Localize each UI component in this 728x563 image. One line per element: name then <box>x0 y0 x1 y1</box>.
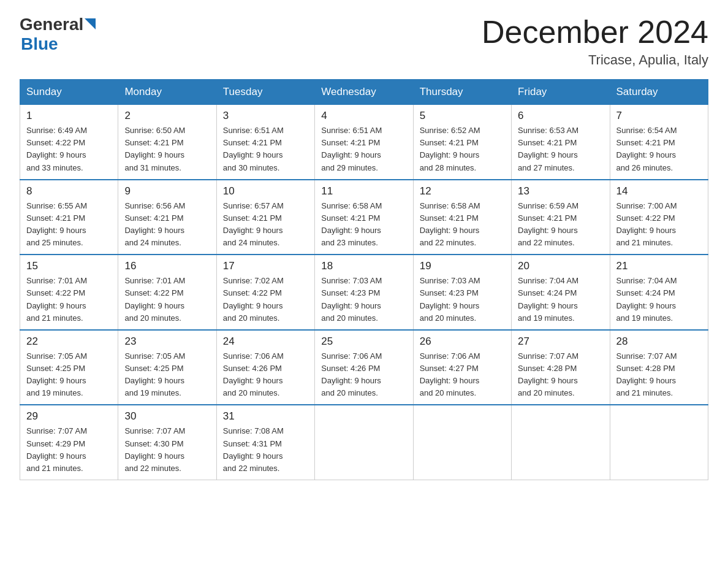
day-info: Sunrise: 7:04 AMSunset: 4:24 PMDaylight:… <box>518 275 603 324</box>
day-number: 25 <box>321 335 406 348</box>
day-number: 14 <box>616 185 702 197</box>
day-info: Sunrise: 6:58 AMSunset: 4:21 PMDaylight:… <box>420 200 505 250</box>
calendar-cell: 12Sunrise: 6:58 AMSunset: 4:21 PMDayligh… <box>413 180 511 255</box>
day-number: 12 <box>420 185 505 197</box>
weekday-header-sunday: Sunday <box>20 80 118 105</box>
day-number: 29 <box>26 410 112 423</box>
logo-blue-text: Blue <box>21 34 58 53</box>
calendar-cell: 9Sunrise: 6:56 AMSunset: 4:21 PMDaylight… <box>118 180 216 255</box>
day-number: 7 <box>616 110 702 122</box>
calendar-cell: 23Sunrise: 7:05 AMSunset: 4:25 PMDayligh… <box>118 330 216 405</box>
day-number: 19 <box>420 260 505 272</box>
calendar-cell: 17Sunrise: 7:02 AMSunset: 4:22 PMDayligh… <box>216 255 314 330</box>
day-number: 13 <box>518 185 603 197</box>
month-title: December 2024 <box>482 15 708 50</box>
calendar-table: SundayMondayTuesdayWednesdayThursdayFrid… <box>20 79 708 480</box>
weekday-header-saturday: Saturday <box>610 80 708 105</box>
calendar-cell: 29Sunrise: 7:07 AMSunset: 4:29 PMDayligh… <box>20 405 118 480</box>
day-info: Sunrise: 6:54 AMSunset: 4:21 PMDaylight:… <box>616 124 702 174</box>
calendar-cell <box>413 405 511 480</box>
calendar-cell: 5Sunrise: 6:52 AMSunset: 4:21 PMDaylight… <box>413 105 511 180</box>
weekday-header-row: SundayMondayTuesdayWednesdayThursdayFrid… <box>20 80 708 105</box>
weekday-header-thursday: Thursday <box>413 80 511 105</box>
calendar-cell: 6Sunrise: 6:53 AMSunset: 4:21 PMDaylight… <box>512 105 610 180</box>
day-info: Sunrise: 7:02 AMSunset: 4:22 PMDaylight:… <box>223 275 308 324</box>
calendar-cell: 2Sunrise: 6:50 AMSunset: 4:21 PMDaylight… <box>118 105 216 180</box>
day-number: 16 <box>124 260 210 272</box>
page-header: General Blue December 2024 Tricase, Apul… <box>20 15 708 68</box>
day-number: 27 <box>518 335 603 348</box>
calendar-cell: 3Sunrise: 6:51 AMSunset: 4:21 PMDaylight… <box>216 105 314 180</box>
day-number: 20 <box>518 260 603 272</box>
calendar-cell: 7Sunrise: 6:54 AMSunset: 4:21 PMDaylight… <box>610 105 708 180</box>
logo-arrow-icon <box>85 18 96 29</box>
day-info: Sunrise: 7:06 AMSunset: 4:26 PMDaylight:… <box>223 350 308 400</box>
day-number: 23 <box>124 335 210 348</box>
calendar-week-row: 22Sunrise: 7:05 AMSunset: 4:25 PMDayligh… <box>20 330 708 405</box>
title-section: December 2024 Tricase, Apulia, Italy <box>482 15 708 68</box>
day-info: Sunrise: 7:05 AMSunset: 4:25 PMDaylight:… <box>124 350 210 400</box>
calendar-cell: 8Sunrise: 6:55 AMSunset: 4:21 PMDaylight… <box>20 180 118 255</box>
day-info: Sunrise: 6:58 AMSunset: 4:21 PMDaylight:… <box>321 200 406 250</box>
calendar-cell: 26Sunrise: 7:06 AMSunset: 4:27 PMDayligh… <box>413 330 511 405</box>
calendar-cell: 4Sunrise: 6:51 AMSunset: 4:21 PMDaylight… <box>315 105 413 180</box>
calendar-cell: 24Sunrise: 7:06 AMSunset: 4:26 PMDayligh… <box>216 330 314 405</box>
day-info: Sunrise: 7:00 AMSunset: 4:22 PMDaylight:… <box>616 200 702 250</box>
day-number: 1 <box>26 110 112 122</box>
day-number: 26 <box>420 335 505 348</box>
calendar-cell: 19Sunrise: 7:03 AMSunset: 4:23 PMDayligh… <box>413 255 511 330</box>
day-info: Sunrise: 7:07 AMSunset: 4:30 PMDaylight:… <box>124 425 210 475</box>
calendar-cell: 21Sunrise: 7:04 AMSunset: 4:24 PMDayligh… <box>610 255 708 330</box>
calendar-cell <box>512 405 610 480</box>
calendar-cell: 16Sunrise: 7:01 AMSunset: 4:22 PMDayligh… <box>118 255 216 330</box>
weekday-header-wednesday: Wednesday <box>315 80 413 105</box>
calendar-cell: 1Sunrise: 6:49 AMSunset: 4:22 PMDaylight… <box>20 105 118 180</box>
day-number: 24 <box>223 335 308 348</box>
day-info: Sunrise: 7:08 AMSunset: 4:31 PMDaylight:… <box>223 425 308 475</box>
day-info: Sunrise: 7:07 AMSunset: 4:28 PMDaylight:… <box>616 350 702 400</box>
calendar-cell: 31Sunrise: 7:08 AMSunset: 4:31 PMDayligh… <box>216 405 314 480</box>
day-info: Sunrise: 7:06 AMSunset: 4:26 PMDaylight:… <box>321 350 406 400</box>
calendar-cell: 13Sunrise: 6:59 AMSunset: 4:21 PMDayligh… <box>512 180 610 255</box>
day-info: Sunrise: 7:01 AMSunset: 4:22 PMDaylight:… <box>26 275 112 324</box>
calendar-cell: 27Sunrise: 7:07 AMSunset: 4:28 PMDayligh… <box>512 330 610 405</box>
day-number: 31 <box>223 410 308 423</box>
day-info: Sunrise: 6:53 AMSunset: 4:21 PMDaylight:… <box>518 124 603 174</box>
calendar-cell: 20Sunrise: 7:04 AMSunset: 4:24 PMDayligh… <box>512 255 610 330</box>
day-info: Sunrise: 6:50 AMSunset: 4:21 PMDaylight:… <box>124 124 210 174</box>
day-info: Sunrise: 6:51 AMSunset: 4:21 PMDaylight:… <box>223 124 308 174</box>
day-info: Sunrise: 6:52 AMSunset: 4:21 PMDaylight:… <box>420 124 505 174</box>
day-info: Sunrise: 7:05 AMSunset: 4:25 PMDaylight:… <box>26 350 112 400</box>
calendar-week-row: 15Sunrise: 7:01 AMSunset: 4:22 PMDayligh… <box>20 255 708 330</box>
day-info: Sunrise: 6:51 AMSunset: 4:21 PMDaylight:… <box>321 124 406 174</box>
day-info: Sunrise: 7:01 AMSunset: 4:22 PMDaylight:… <box>124 275 210 324</box>
day-info: Sunrise: 7:03 AMSunset: 4:23 PMDaylight:… <box>321 275 406 324</box>
day-info: Sunrise: 7:04 AMSunset: 4:24 PMDaylight:… <box>616 275 702 324</box>
day-info: Sunrise: 7:06 AMSunset: 4:27 PMDaylight:… <box>420 350 505 400</box>
day-number: 2 <box>124 110 210 122</box>
calendar-week-row: 8Sunrise: 6:55 AMSunset: 4:21 PMDaylight… <box>20 180 708 255</box>
calendar-week-row: 29Sunrise: 7:07 AMSunset: 4:29 PMDayligh… <box>20 405 708 480</box>
day-number: 17 <box>223 260 308 272</box>
day-number: 5 <box>420 110 505 122</box>
day-number: 11 <box>321 185 406 197</box>
calendar-cell: 25Sunrise: 7:06 AMSunset: 4:26 PMDayligh… <box>315 330 413 405</box>
day-number: 21 <box>616 260 702 272</box>
calendar-cell: 22Sunrise: 7:05 AMSunset: 4:25 PMDayligh… <box>20 330 118 405</box>
day-number: 22 <box>26 335 112 348</box>
day-number: 8 <box>26 185 112 197</box>
day-number: 18 <box>321 260 406 272</box>
calendar-cell <box>610 405 708 480</box>
day-info: Sunrise: 7:07 AMSunset: 4:28 PMDaylight:… <box>518 350 603 400</box>
day-number: 30 <box>124 410 210 423</box>
day-info: Sunrise: 7:07 AMSunset: 4:29 PMDaylight:… <box>26 425 112 475</box>
day-info: Sunrise: 6:57 AMSunset: 4:21 PMDaylight:… <box>223 200 308 250</box>
calendar-week-row: 1Sunrise: 6:49 AMSunset: 4:22 PMDaylight… <box>20 105 708 180</box>
day-number: 28 <box>616 335 702 348</box>
logo-general-text: General <box>20 15 83 34</box>
day-info: Sunrise: 7:03 AMSunset: 4:23 PMDaylight:… <box>420 275 505 324</box>
calendar-cell: 28Sunrise: 7:07 AMSunset: 4:28 PMDayligh… <box>610 330 708 405</box>
calendar-cell: 10Sunrise: 6:57 AMSunset: 4:21 PMDayligh… <box>216 180 314 255</box>
location-text: Tricase, Apulia, Italy <box>482 52 708 68</box>
day-info: Sunrise: 6:59 AMSunset: 4:21 PMDaylight:… <box>518 200 603 250</box>
